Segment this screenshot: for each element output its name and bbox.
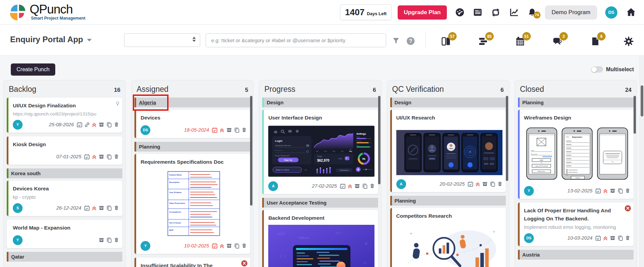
kanban-card[interactable]: UI/UX Design Finalizationhttps://stg.qpu… [7,98,122,133]
calendar-icon[interactable] [84,154,90,160]
home-icon[interactable] [625,7,637,18]
kanban-card[interactable]: Requirements Specifications DocFeature N… [134,154,250,254]
close-icon[interactable] [241,260,248,267]
settings-gear-icon[interactable] [623,36,634,47]
link-icon[interactable] [84,122,90,128]
copy-icon[interactable] [234,127,240,133]
archive-icon[interactable] [354,183,360,189]
kanban-card[interactable]: Lack Of Proper Error Handling And Loggin… [518,203,634,246]
kanban-card[interactable]: Devices Koreakp - cryptoS26-12-2024 [7,181,122,216]
trash-icon[interactable] [242,243,247,248]
group-header-korea-south[interactable]: Korea south [7,168,122,178]
archive-icon[interactable] [98,237,104,243]
kanban-card[interactable]: DevicesDS18-05-2024 [134,110,250,138]
dashboard-gauge-icon[interactable] [455,7,465,17]
column-scrollbar[interactable] [378,96,380,184]
copy-icon[interactable] [234,243,240,249]
group-header-planning[interactable]: Planning [134,142,250,152]
priority-high-icon[interactable] [219,243,224,249]
copy-icon[interactable] [617,188,623,194]
documents-icon[interactable]: 6 [590,36,600,47]
group-header-austria[interactable]: Austria [518,250,634,260]
archive-icon[interactable] [98,205,104,211]
trash-icon[interactable] [114,122,119,127]
trash-icon[interactable] [497,181,502,187]
kanban-card[interactable]: World Map - ExpansionY [7,220,122,248]
group-by-select[interactable] [124,33,200,47]
copy-icon[interactable] [106,237,112,243]
copy-icon[interactable] [362,183,368,189]
priority-high-icon[interactable] [92,205,97,211]
trash-icon[interactable] [625,188,630,193]
calendar-icon[interactable] [595,188,601,194]
calendar-icon[interactable] [212,243,218,249]
group-header-qatar[interactable]: Qatar [7,252,122,262]
priority-high-icon[interactable] [92,122,97,128]
board-title-dropdown[interactable]: Enquiry Portal App [10,35,92,44]
calendar-icon[interactable] [84,205,90,211]
copy-icon[interactable] [106,205,112,211]
group-header-user-acceptance-testing[interactable]: User Acceptance Testing [262,198,378,208]
priority-high-icon[interactable] [603,188,608,194]
copy-icon[interactable] [617,235,623,241]
calendar-icon[interactable] [76,122,83,128]
calendar-icon[interactable] [212,127,218,133]
priority-high-icon[interactable] [92,154,97,160]
upgrade-plan-button[interactable]: Upgrade Plan [398,5,447,20]
user-avatar[interactable]: DS [605,6,617,19]
trash-icon[interactable] [114,237,119,243]
priority-high-icon[interactable] [219,127,224,133]
group-header-planning[interactable]: Planning [390,196,506,206]
group-header-design[interactable]: Design [262,98,378,107]
filter-icon[interactable] [392,37,400,45]
priority-high-icon[interactable] [347,183,352,189]
multiselect-toggle[interactable] [591,66,603,73]
trash-icon[interactable] [625,235,630,241]
kanban-card[interactable]: Insufficient Scalability In The [134,258,250,267]
archive-icon[interactable] [98,154,104,159]
group-header-algeria[interactable]: Algeria [134,98,250,107]
page-scrollbar[interactable] [640,56,644,267]
archive-icon[interactable] [226,243,232,248]
calendar-grid-icon[interactable]: 51 [515,36,525,47]
kanban-card[interactable]: Backend Development </> <div> scr=... { … [262,210,378,267]
copy-icon[interactable] [106,122,112,128]
column-scrollbar[interactable] [634,96,636,134]
column-scrollbar[interactable] [250,96,252,206]
archive-icon[interactable] [98,122,104,127]
backlog-list-icon[interactable]: 85 [478,36,488,47]
create-punch-button[interactable]: Create Punch [11,63,55,76]
program-selector[interactable]: Demo Program [545,5,597,20]
group-header-design[interactable]: Design [390,98,506,107]
kanban-card[interactable]: Competitors Research [390,208,506,267]
calendar-icon[interactable] [467,181,473,187]
priority-high-icon[interactable] [475,181,480,187]
archive-icon[interactable] [610,188,616,193]
copy-icon[interactable] [106,154,112,160]
archive-icon[interactable] [226,127,232,133]
archive-icon[interactable] [610,235,616,241]
help-icon[interactable]: ? [406,37,415,45]
column-scrollbar[interactable] [506,96,508,181]
trash-icon[interactable] [370,183,375,189]
kanban-card[interactable]: User Interface Design Login Johnkohl.mai… [262,110,378,194]
kanban-card[interactable]: UI/UX Research A20-02-2025 [390,110,506,192]
trash-icon[interactable] [242,127,247,133]
trash-icon[interactable] [114,205,119,211]
group-header-planning[interactable]: Planning [518,98,634,107]
calendar-icon[interactable] [340,183,346,189]
notifications-bell-icon[interactable]: 74 [527,7,537,18]
priority-high-icon[interactable] [603,235,608,241]
search-input[interactable] [206,33,386,47]
chat-icon[interactable]: 3 [552,36,562,47]
copy-icon[interactable] [490,181,496,187]
app-logo[interactable]: QPunch Smart Project Management [9,3,85,23]
trash-icon[interactable] [114,154,119,159]
close-icon[interactable] [624,205,631,212]
news-feed-icon[interactable] [473,7,483,17]
calendar-icon[interactable] [595,235,601,241]
analytics-chart-icon[interactable] [509,7,519,17]
kanban-card[interactable]: Wireframes Design Login Password Login O… [518,110,634,199]
archive-icon[interactable] [482,181,488,187]
board-icon[interactable]: 57 [441,36,451,47]
